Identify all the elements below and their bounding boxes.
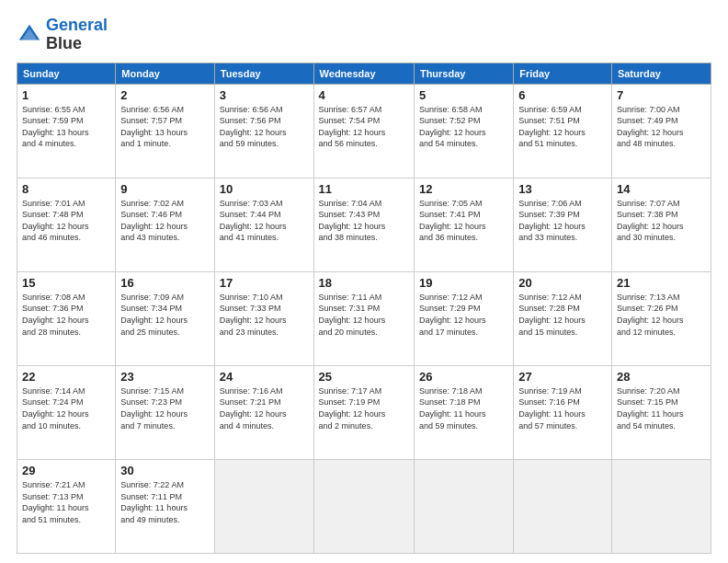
calendar-cell: 30Sunrise: 7:22 AM Sunset: 7:11 PM Dayli… <box>116 459 215 553</box>
day-info: Sunrise: 7:01 AM Sunset: 7:48 PM Dayligh… <box>22 198 110 244</box>
day-number: 29 <box>22 464 110 477</box>
day-info: Sunrise: 7:22 AM Sunset: 7:11 PM Dayligh… <box>120 479 210 525</box>
calendar-week-row: 1Sunrise: 6:55 AM Sunset: 7:59 PM Daylig… <box>17 84 711 178</box>
calendar-cell: 3Sunrise: 6:56 AM Sunset: 7:56 PM Daylig… <box>214 84 313 178</box>
calendar-cell: 15Sunrise: 7:08 AM Sunset: 7:36 PM Dayli… <box>17 271 116 365</box>
day-number: 15 <box>22 276 110 290</box>
calendar-cell: 6Sunrise: 6:59 AM Sunset: 7:51 PM Daylig… <box>514 84 612 178</box>
calendar-header-monday: Monday <box>116 63 215 84</box>
calendar-cell <box>313 459 414 553</box>
day-info: Sunrise: 7:17 AM Sunset: 7:19 PM Dayligh… <box>319 385 409 431</box>
day-number: 1 <box>22 88 110 102</box>
day-info: Sunrise: 6:55 AM Sunset: 7:59 PM Dayligh… <box>22 104 110 150</box>
calendar-header-wednesday: Wednesday <box>313 63 414 84</box>
day-info: Sunrise: 7:03 AM Sunset: 7:44 PM Dayligh… <box>220 198 309 244</box>
day-info: Sunrise: 7:14 AM Sunset: 7:24 PM Dayligh… <box>22 385 110 431</box>
calendar-cell: 23Sunrise: 7:15 AM Sunset: 7:23 PM Dayli… <box>116 365 215 459</box>
day-info: Sunrise: 7:15 AM Sunset: 7:23 PM Dayligh… <box>120 385 210 431</box>
logo: GeneralBlue <box>17 17 108 53</box>
calendar-cell: 1Sunrise: 6:55 AM Sunset: 7:59 PM Daylig… <box>17 84 116 178</box>
day-info: Sunrise: 7:12 AM Sunset: 7:28 PM Dayligh… <box>518 292 607 338</box>
day-number: 3 <box>220 88 309 102</box>
day-info: Sunrise: 7:06 AM Sunset: 7:39 PM Dayligh… <box>518 198 607 244</box>
page: GeneralBlue SundayMondayTuesdayWednesday… <box>0 0 728 563</box>
day-number: 14 <box>617 182 706 196</box>
day-info: Sunrise: 6:56 AM Sunset: 7:56 PM Dayligh… <box>220 104 309 150</box>
day-info: Sunrise: 7:05 AM Sunset: 7:41 PM Dayligh… <box>419 198 508 244</box>
day-info: Sunrise: 7:02 AM Sunset: 7:46 PM Dayligh… <box>120 198 210 244</box>
day-info: Sunrise: 7:12 AM Sunset: 7:29 PM Dayligh… <box>419 292 508 338</box>
day-number: 23 <box>120 370 210 384</box>
day-info: Sunrise: 7:10 AM Sunset: 7:33 PM Dayligh… <box>220 292 309 338</box>
calendar-cell: 18Sunrise: 7:11 AM Sunset: 7:31 PM Dayli… <box>313 271 414 365</box>
day-number: 20 <box>518 276 607 290</box>
calendar-cell: 10Sunrise: 7:03 AM Sunset: 7:44 PM Dayli… <box>214 178 313 271</box>
header: GeneralBlue <box>17 17 711 53</box>
calendar-cell: 19Sunrise: 7:12 AM Sunset: 7:29 PM Dayli… <box>414 271 513 365</box>
day-info: Sunrise: 6:59 AM Sunset: 7:51 PM Dayligh… <box>518 104 607 150</box>
day-info: Sunrise: 6:56 AM Sunset: 7:57 PM Dayligh… <box>120 104 210 150</box>
day-number: 9 <box>120 182 210 196</box>
day-number: 25 <box>319 370 409 384</box>
day-number: 24 <box>220 370 309 384</box>
day-number: 26 <box>419 370 508 384</box>
day-info: Sunrise: 7:09 AM Sunset: 7:34 PM Dayligh… <box>120 292 210 338</box>
day-info: Sunrise: 7:04 AM Sunset: 7:43 PM Dayligh… <box>319 198 409 244</box>
calendar-cell: 27Sunrise: 7:19 AM Sunset: 7:16 PM Dayli… <box>514 365 612 459</box>
calendar-cell <box>214 459 313 553</box>
day-info: Sunrise: 7:00 AM Sunset: 7:49 PM Dayligh… <box>617 104 706 150</box>
calendar-week-row: 8Sunrise: 7:01 AM Sunset: 7:48 PM Daylig… <box>17 178 711 271</box>
calendar-header-sunday: Sunday <box>17 63 116 84</box>
calendar-cell: 7Sunrise: 7:00 AM Sunset: 7:49 PM Daylig… <box>611 84 711 178</box>
day-number: 5 <box>419 88 508 102</box>
calendar-header-friday: Friday <box>514 63 612 84</box>
calendar-cell: 16Sunrise: 7:09 AM Sunset: 7:34 PM Dayli… <box>116 271 215 365</box>
calendar-table: SundayMondayTuesdayWednesdayThursdayFrid… <box>17 63 711 554</box>
calendar-cell: 17Sunrise: 7:10 AM Sunset: 7:33 PM Dayli… <box>214 271 313 365</box>
day-number: 11 <box>319 182 409 196</box>
day-info: Sunrise: 7:21 AM Sunset: 7:13 PM Dayligh… <box>22 479 110 525</box>
calendar-cell: 14Sunrise: 7:07 AM Sunset: 7:38 PM Dayli… <box>611 178 711 271</box>
day-info: Sunrise: 6:57 AM Sunset: 7:54 PM Dayligh… <box>319 104 409 150</box>
calendar-cell: 11Sunrise: 7:04 AM Sunset: 7:43 PM Dayli… <box>313 178 414 271</box>
day-number: 10 <box>220 182 309 196</box>
calendar-cell: 4Sunrise: 6:57 AM Sunset: 7:54 PM Daylig… <box>313 84 414 178</box>
day-info: Sunrise: 7:07 AM Sunset: 7:38 PM Dayligh… <box>617 198 706 244</box>
calendar-cell: 22Sunrise: 7:14 AM Sunset: 7:24 PM Dayli… <box>17 365 116 459</box>
calendar-cell: 25Sunrise: 7:17 AM Sunset: 7:19 PM Dayli… <box>313 365 414 459</box>
calendar-week-row: 15Sunrise: 7:08 AM Sunset: 7:36 PM Dayli… <box>17 271 711 365</box>
calendar-header-row: SundayMondayTuesdayWednesdayThursdayFrid… <box>17 63 711 84</box>
logo-icon <box>17 22 42 48</box>
calendar-cell: 21Sunrise: 7:13 AM Sunset: 7:26 PM Dayli… <box>611 271 711 365</box>
calendar-cell: 5Sunrise: 6:58 AM Sunset: 7:52 PM Daylig… <box>414 84 513 178</box>
calendar-cell: 12Sunrise: 7:05 AM Sunset: 7:41 PM Dayli… <box>414 178 513 271</box>
day-number: 21 <box>617 276 706 290</box>
calendar-cell: 9Sunrise: 7:02 AM Sunset: 7:46 PM Daylig… <box>116 178 215 271</box>
day-info: Sunrise: 7:13 AM Sunset: 7:26 PM Dayligh… <box>617 292 706 338</box>
day-info: Sunrise: 6:58 AM Sunset: 7:52 PM Dayligh… <box>419 104 508 150</box>
day-info: Sunrise: 7:11 AM Sunset: 7:31 PM Dayligh… <box>319 292 409 338</box>
day-number: 4 <box>319 88 409 102</box>
day-number: 22 <box>22 370 110 384</box>
day-number: 2 <box>120 88 210 102</box>
day-number: 7 <box>617 88 706 102</box>
day-number: 13 <box>518 182 607 196</box>
day-info: Sunrise: 7:19 AM Sunset: 7:16 PM Dayligh… <box>518 385 607 431</box>
day-info: Sunrise: 7:18 AM Sunset: 7:18 PM Dayligh… <box>419 385 508 431</box>
calendar-header-thursday: Thursday <box>414 63 513 84</box>
calendar-cell: 24Sunrise: 7:16 AM Sunset: 7:21 PM Dayli… <box>214 365 313 459</box>
calendar-week-row: 29Sunrise: 7:21 AM Sunset: 7:13 PM Dayli… <box>17 459 711 553</box>
calendar-cell: 2Sunrise: 6:56 AM Sunset: 7:57 PM Daylig… <box>116 84 215 178</box>
day-number: 12 <box>419 182 508 196</box>
calendar-header-tuesday: Tuesday <box>214 63 313 84</box>
day-number: 8 <box>22 182 110 196</box>
logo-text: GeneralBlue <box>46 17 108 53</box>
calendar-cell <box>514 459 612 553</box>
day-number: 19 <box>419 276 508 290</box>
calendar-cell <box>414 459 513 553</box>
day-info: Sunrise: 7:08 AM Sunset: 7:36 PM Dayligh… <box>22 292 110 338</box>
day-number: 30 <box>120 464 210 477</box>
day-number: 6 <box>518 88 607 102</box>
calendar-header-saturday: Saturday <box>611 63 711 84</box>
day-info: Sunrise: 7:20 AM Sunset: 7:15 PM Dayligh… <box>617 385 706 431</box>
